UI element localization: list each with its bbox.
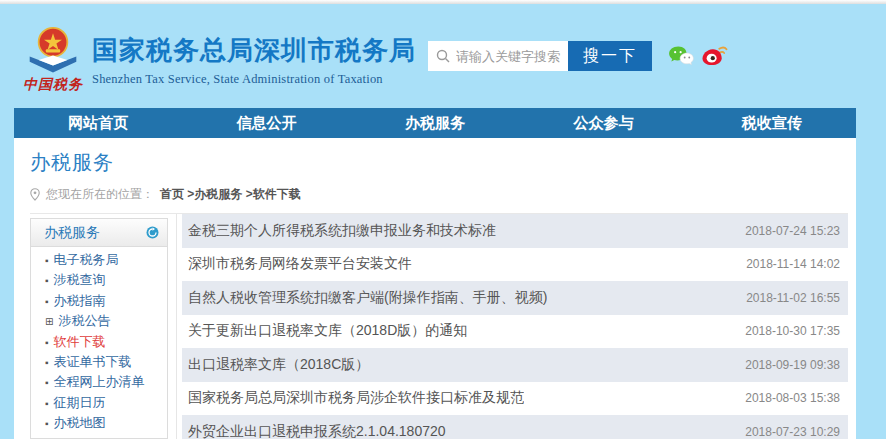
sidebar-item[interactable]: ▪征期日历 bbox=[31, 393, 167, 413]
bullet-icon: ▪ bbox=[45, 377, 49, 388]
sidebar-item-label: 征期日历 bbox=[54, 395, 106, 410]
bullet-icon: ▪ bbox=[45, 275, 49, 286]
breadcrumb: 您现在所在的位置： 首页 >办税服务 >软件下载 bbox=[30, 186, 301, 203]
wechat-icon[interactable] bbox=[668, 45, 694, 71]
breadcrumb-path[interactable]: 首页 >办税服务 >软件下载 bbox=[160, 186, 301, 203]
list-item-title[interactable]: 深圳市税务局网络发票平台安装文件 bbox=[188, 255, 412, 273]
main-nav: 网站首页 信息公开 办税服务 公众参与 税收宣传 bbox=[14, 108, 856, 138]
list-item[interactable]: 国家税务局总局深圳市税务局涉企软件接口标准及规范 2018-08-03 15:3… bbox=[182, 382, 848, 416]
tax-emblem-logo: 中国税务 bbox=[16, 26, 90, 102]
sidebar-item[interactable]: ▪表证单书下载 bbox=[31, 352, 167, 372]
sidebar-item[interactable]: ▪全程网上办清单 bbox=[31, 372, 167, 392]
sidebar-item-label: 表证单书下载 bbox=[54, 354, 132, 369]
list-item-date: 2018-07-24 15:23 bbox=[745, 224, 840, 238]
bullet-icon: ▪ bbox=[45, 255, 49, 266]
sidebar-item-label: 办税地图 bbox=[54, 415, 106, 430]
bullet-icon: ▪ bbox=[45, 398, 49, 409]
list-item-title[interactable]: 关于更新出口退税率文库（2018D版）的通知 bbox=[188, 322, 467, 340]
brand-block: 国家税务总局深圳市税务局 Shenzhen Tax Service, State… bbox=[92, 33, 416, 87]
sidebar-item-label: 电子税务局 bbox=[54, 252, 119, 267]
sidebar-item[interactable]: ▪办税指南 bbox=[31, 291, 167, 311]
search-box bbox=[428, 41, 568, 71]
list-item-title[interactable]: 外贸企业出口退税申报系统2.1.04.180720 bbox=[188, 423, 446, 439]
sidebar-item-label: 办税指南 bbox=[54, 293, 106, 308]
sidebar-header: 办税服务 bbox=[31, 219, 167, 247]
list-item-title[interactable]: 金税三期个人所得税系统扣缴申报业务和技术标准 bbox=[188, 222, 496, 240]
breadcrumb-prefix: 您现在所在的位置： bbox=[46, 186, 154, 203]
list-item[interactable]: 金税三期个人所得税系统扣缴申报业务和技术标准 2018-07-24 15:23 bbox=[182, 214, 848, 248]
sidebar: 办税服务 ▪电子税务局 ▪涉税查询 ▪办税指南 bbox=[30, 218, 168, 439]
list-item-title[interactable]: 出口退税率文库（2018C版） bbox=[188, 356, 369, 374]
list-item[interactable]: 深圳市税务局网络发票平台安装文件 2018-11-14 14:02 bbox=[182, 248, 848, 282]
nav-item[interactable]: 信息公开 bbox=[182, 108, 350, 138]
sidebar-item[interactable]: ▪电子税务局 bbox=[31, 250, 167, 270]
list-item-date: 2018-07-23 10:29 bbox=[745, 425, 840, 439]
list-item[interactable]: 关于更新出口退税率文库（2018D版）的通知 2018-10-30 17:35 bbox=[182, 315, 848, 349]
refresh-circle-icon[interactable] bbox=[146, 226, 159, 239]
sidebar-menu: ▪电子税务局 ▪涉税查询 ▪办税指南 ⊞涉税公告 ▪软件下载 bbox=[31, 247, 167, 438]
nav-item[interactable]: 税收宣传 bbox=[688, 108, 856, 138]
sidebar-item-label: 全程网上办清单 bbox=[54, 374, 145, 389]
site-subtitle: Shenzhen Tax Service, State Administrati… bbox=[92, 72, 416, 87]
bullet-icon: ⊞ bbox=[45, 316, 53, 327]
sidebar-item-label: 涉税公告 bbox=[58, 313, 110, 328]
list-item-date: 2018-11-02 16:55 bbox=[746, 291, 840, 305]
site-search: 搜一下 bbox=[428, 41, 652, 71]
download-list: 金税三期个人所得税系统扣缴申报业务和技术标准 2018-07-24 15:23 … bbox=[182, 214, 848, 439]
weibo-icon[interactable] bbox=[701, 44, 728, 71]
content-panel: 办税服务 您现在所在的位置： 首页 >办税服务 >软件下载 办税服务 ▪电子税务… bbox=[14, 138, 856, 439]
logo-caption: 中国税务 bbox=[16, 76, 90, 94]
page-title: 办税服务 bbox=[30, 149, 114, 176]
bullet-icon: ▪ bbox=[45, 296, 49, 307]
search-button[interactable]: 搜一下 bbox=[568, 41, 652, 71]
nav-item[interactable]: 办税服务 bbox=[351, 108, 519, 138]
list-item-date: 2018-08-03 15:38 bbox=[745, 391, 840, 405]
list-item[interactable]: 出口退税率文库（2018C版） 2018-09-19 09:38 bbox=[182, 348, 848, 382]
top-strip bbox=[0, 0, 886, 4]
site-title: 国家税务总局深圳市税务局 bbox=[92, 33, 416, 68]
list-item-title[interactable]: 自然人税收管理系统扣缴客户端(附操作指南、手册、视频) bbox=[188, 289, 547, 307]
sidebar-item[interactable]: ▪办税地图 bbox=[31, 413, 167, 433]
list-item-date: 2018-09-19 09:38 bbox=[745, 358, 840, 372]
location-pin-icon bbox=[30, 188, 40, 201]
social-links bbox=[668, 44, 728, 71]
list-item[interactable]: 外贸企业出口退税申报系统2.1.04.180720 2018-07-23 10:… bbox=[182, 415, 848, 439]
column-divider bbox=[176, 214, 177, 439]
nav-item[interactable]: 网站首页 bbox=[14, 108, 182, 138]
bullet-icon: ▪ bbox=[45, 418, 49, 429]
sidebar-item-label: 涉税查询 bbox=[54, 272, 106, 287]
list-item-date: 2018-11-14 14:02 bbox=[746, 257, 840, 271]
sidebar-item[interactable]: ▪涉税查询 bbox=[31, 270, 167, 290]
sidebar-header-label: 办税服务 bbox=[44, 219, 100, 246]
nav-item[interactable]: 公众参与 bbox=[519, 108, 687, 138]
list-item-date: 2018-10-30 17:35 bbox=[745, 324, 840, 338]
list-item[interactable]: 自然人税收管理系统扣缴客户端(附操作指南、手册、视频) 2018-11-02 1… bbox=[182, 281, 848, 315]
bullet-icon: ▪ bbox=[45, 337, 49, 348]
china-tax-emblem-icon bbox=[16, 26, 90, 78]
bullet-icon: ▪ bbox=[45, 357, 49, 368]
sidebar-item[interactable]: ▪软件下载 bbox=[31, 332, 167, 352]
sidebar-item[interactable]: ⊞涉税公告 bbox=[31, 311, 167, 331]
search-icon bbox=[436, 49, 450, 63]
list-item-title[interactable]: 国家税务局总局深圳市税务局涉企软件接口标准及规范 bbox=[188, 389, 524, 407]
sidebar-item-label: 软件下载 bbox=[54, 334, 106, 349]
